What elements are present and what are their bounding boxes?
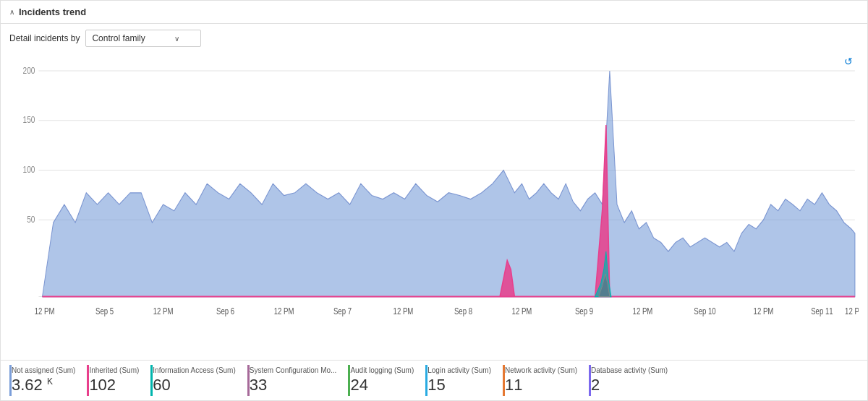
legend-value-inherited: 102: [89, 376, 116, 394]
legend-value-info-access: 60: [153, 376, 170, 394]
legend-label-database-activity: Database activity (Sum): [591, 366, 668, 374]
svg-text:12 PM: 12 PM: [633, 307, 653, 316]
legend-label-info-access: Information Access (Sum): [153, 366, 235, 374]
legend-bar: Not assigned (Sum) 3.62 K Inherited (Sum…: [1, 360, 867, 400]
svg-text:50: 50: [27, 215, 35, 224]
legend-value-sys-config: 33: [250, 376, 267, 394]
legend-item-inherited: Inherited (Sum) 102: [87, 365, 150, 396]
legend-label-audit-logging: Audit logging (Sum): [350, 366, 414, 374]
legend-item-network-activity: Network activity (Sum) 11: [503, 365, 589, 396]
chart-area: ↺ 200 150 100 50 12 PM Sep 5 12 PM: [1, 53, 867, 360]
reset-icon[interactable]: ↺: [844, 56, 853, 67]
svg-text:12 PM: 12 PM: [512, 307, 532, 316]
legend-label-not-assigned: Not assigned (Sum): [12, 366, 75, 374]
legend-item-login-activity: Login activity (Sum) 15: [425, 365, 503, 396]
legend-item-sys-config: System Configuration Mo... 33: [247, 365, 349, 396]
legend-value-login-activity: 15: [427, 376, 445, 394]
svg-text:100: 100: [23, 165, 35, 174]
svg-text:Sep 8: Sep 8: [454, 307, 472, 316]
control-family-dropdown[interactable]: Control family ∨: [85, 30, 201, 47]
legend-value-audit-logging: 24: [350, 376, 367, 394]
legend-label-sys-config: System Configuration Mo...: [250, 366, 337, 374]
svg-text:Sep 5: Sep 5: [95, 307, 114, 316]
dropdown-selected-value: Control family: [92, 33, 145, 43]
svg-text:12 PM: 12 PM: [274, 307, 294, 316]
svg-text:12 PM: 12 PM: [845, 307, 859, 316]
svg-text:12 PM: 12 PM: [35, 307, 55, 316]
legend-item-not-assigned: Not assigned (Sum) 3.62 K: [9, 365, 87, 396]
widget-title: Incidents trend: [19, 7, 86, 17]
toolbar-label: Detail incidents by: [9, 33, 80, 43]
svg-text:Sep 7: Sep 7: [333, 307, 352, 316]
toolbar: Detail incidents by Control family ∨: [1, 24, 867, 53]
widget-header: ∧ Incidents trend: [1, 1, 867, 24]
svg-text:Sep 11: Sep 11: [811, 307, 833, 316]
legend-label-login-activity: Login activity (Sum): [427, 366, 491, 374]
svg-text:200: 200: [23, 66, 35, 75]
legend-item-audit-logging: Audit logging (Sum) 24: [348, 365, 425, 396]
collapse-icon[interactable]: ∧: [9, 8, 14, 16]
legend-label-network-activity: Network activity (Sum): [505, 366, 577, 374]
legend-value-not-assigned: 3.62 K: [12, 376, 53, 394]
legend-value-database-activity: 2: [591, 376, 600, 394]
legend-item-database-activity: Database activity (Sum) 2: [589, 365, 679, 396]
svg-text:12 PM: 12 PM: [393, 307, 414, 316]
svg-text:Sep 9: Sep 9: [575, 307, 593, 316]
trend-chart: 200 150 100 50 12 PM Sep 5 12 PM Sep 6 1…: [9, 53, 859, 360]
svg-text:12 PM: 12 PM: [754, 307, 774, 316]
svg-text:150: 150: [23, 116, 35, 125]
dashboard-widget: ∧ Incidents trend Detail incidents by Co…: [0, 0, 868, 401]
legend-item-info-access: Information Access (Sum) 60: [150, 365, 247, 396]
not-assigned-area: [43, 71, 855, 297]
chevron-down-icon: ∨: [174, 35, 179, 43]
legend-label-inherited: Inherited (Sum): [89, 366, 139, 374]
svg-text:Sep 6: Sep 6: [216, 307, 234, 316]
legend-value-network-activity: 11: [505, 376, 522, 394]
svg-text:12 PM: 12 PM: [153, 307, 174, 316]
svg-text:Sep 10: Sep 10: [694, 307, 715, 316]
